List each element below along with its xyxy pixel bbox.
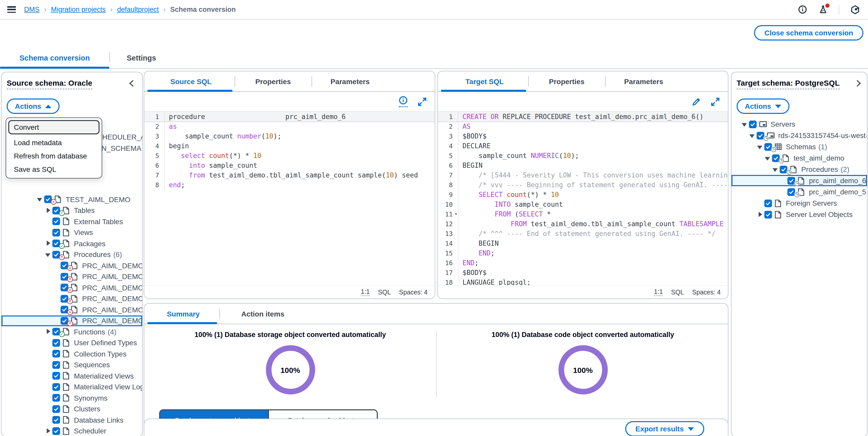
tree-item[interactable]: Functions (4) [2, 326, 142, 337]
expand-arrow-icon[interactable] [741, 120, 749, 128]
menu-item[interactable]: Save as SQL [8, 163, 100, 176]
expand-arrow-icon[interactable] [45, 328, 52, 336]
source-code-editor[interactable]: 1 procedure prc_aiml_demo_6 2 as 3 sampl… [144, 111, 435, 286]
info-icon[interactable] [399, 96, 408, 107]
tree-item[interactable]: rds-241533157454-us-west- [732, 130, 867, 141]
code-line[interactable]: 10 INTO sample_count [438, 200, 728, 209]
cloudshell-hexagon-icon[interactable] [850, 5, 860, 14]
tree-item[interactable]: Procedures (2) [732, 164, 867, 175]
checkbox[interactable] [52, 218, 60, 226]
breadcrumb-link[interactable]: Schema conversion [170, 6, 236, 13]
tree-item[interactable]: Servers [732, 119, 867, 130]
menu-item[interactable]: Refresh from database [8, 149, 100, 163]
code-line[interactable]: 15 END; [438, 248, 728, 258]
tree-item[interactable]: prc_aiml_demo_6 [732, 175, 867, 186]
tree-item[interactable]: Materialized Views [2, 370, 142, 381]
tree-item[interactable]: Sequences [2, 359, 142, 370]
checkbox[interactable] [52, 427, 60, 435]
code-line[interactable]: 8 end; [144, 180, 435, 190]
code-line[interactable]: 3 sample_count number(10); [144, 131, 435, 141]
checkbox[interactable] [764, 210, 772, 218]
target-code-editor[interactable]: 1 CREATE OR REPLACE PROCEDURE test_aiml_… [438, 111, 728, 286]
collapse-panel-icon[interactable] [128, 79, 136, 88]
expand-panel-icon[interactable] [855, 79, 863, 88]
code-line[interactable]: 5 sample_count NUMERIC(10); [438, 151, 728, 161]
tree-item[interactable]: Tables [2, 205, 142, 216]
checkbox[interactable] [764, 199, 772, 207]
checkbox[interactable] [52, 416, 60, 424]
code-line[interactable]: 18 LANGUAGE plpgsql; [438, 277, 728, 286]
summary-tab[interactable]: Action items [219, 304, 306, 324]
expand-arrow-icon[interactable] [45, 427, 52, 435]
code-line[interactable]: 9 SELECT count(*) * 10 [438, 190, 728, 200]
export-results-button[interactable]: Export results [625, 421, 704, 436]
code-line[interactable]: 7 /* [5444 - Severity LOW - This convers… [438, 170, 728, 180]
code-line[interactable]: 16 END; [438, 258, 728, 268]
code-line[interactable]: 1 CREATE OR REPLACE PROCEDURE test_aiml_… [438, 112, 728, 122]
code-line[interactable]: 3 $BODY$ [438, 131, 728, 141]
fold-icon[interactable]: ▾ [455, 209, 457, 219]
cursor-position[interactable]: 1:1 [361, 288, 370, 296]
editor-tab[interactable]: Target SQL [441, 71, 528, 91]
breadcrumb-link[interactable]: defaultproject [117, 6, 159, 13]
tree-item[interactable]: Synonyms [2, 393, 142, 403]
tree-item[interactable]: Procedures (6) [2, 249, 142, 260]
checkbox[interactable] [52, 383, 60, 391]
main-tab[interactable]: Settings [109, 47, 174, 68]
breadcrumb-link[interactable]: Migration projects [51, 6, 106, 13]
code-line[interactable]: 14 BEGIN [438, 238, 728, 248]
tree-item[interactable]: Materialized View Logs [2, 381, 142, 393]
target-actions-button[interactable]: Actions [737, 99, 790, 114]
code-line[interactable]: 2 AS [438, 122, 728, 131]
tree-item[interactable]: Schemas (1) [732, 141, 867, 152]
menu-hamburger-icon[interactable] [7, 6, 16, 13]
code-line[interactable]: 6 into sample_count [144, 161, 435, 170]
checkbox[interactable] [52, 372, 60, 380]
source-actions-button[interactable]: Actions [7, 99, 60, 114]
code-line[interactable]: 8 /* vvv ---- Beginning of statement gen… [438, 180, 728, 190]
code-line[interactable]: 17 $BODY$ [438, 268, 728, 277]
tree-item[interactable]: PRC_AIML_DEMO_3 [2, 282, 142, 293]
tree-item[interactable]: test_aiml_demo [732, 152, 867, 164]
tree-item[interactable]: Scheduler [2, 426, 142, 436]
expand-arrow-icon[interactable] [772, 165, 780, 173]
tree-item[interactable]: PRC_AIML_DEMO_5 [2, 304, 142, 315]
expand-arrow-icon[interactable] [764, 154, 772, 162]
editor-tab[interactable]: Properties [528, 71, 605, 91]
checkbox[interactable] [52, 361, 60, 369]
code-line[interactable]: 1 procedure prc_aiml_demo_6 [144, 112, 435, 122]
tree-item[interactable]: Collection Types [2, 348, 142, 359]
checkbox[interactable] [749, 120, 756, 128]
code-line[interactable]: 2 as [144, 122, 435, 131]
expand-arrow-icon[interactable] [45, 240, 52, 247]
tree-item[interactable]: External Tables [2, 216, 142, 227]
code-line[interactable]: 7 from test_aiml_demo.tbl_aiml_sample_co… [144, 170, 435, 180]
tree-item[interactable]: PRC_AIML_DEMO_4 [2, 293, 142, 304]
menu-item[interactable]: Convert [8, 120, 100, 134]
expand-arrow-icon[interactable] [749, 132, 756, 139]
tree-item[interactable]: Clusters [2, 403, 142, 414]
edit-pencil-icon[interactable] [692, 97, 701, 106]
tree-item[interactable]: prc_aiml_demo_5 [732, 186, 867, 198]
tree-item[interactable]: Packages [2, 238, 142, 249]
labs-flask-icon[interactable] [818, 5, 828, 14]
checkbox[interactable] [52, 405, 60, 413]
tree-item[interactable]: PRC_AIML_DEMO_6 [2, 315, 142, 326]
menu-item[interactable]: Load metadata [8, 136, 100, 149]
tree-item[interactable]: Server Level Objects [732, 209, 867, 220]
expand-editor-icon[interactable] [711, 97, 720, 106]
tree-item[interactable]: User Defined Types [2, 337, 142, 348]
expand-arrow-icon[interactable] [45, 207, 52, 214]
code-line[interactable]: 12 FROM test_aiml_demo.tbl_aiml_sample_c… [438, 219, 728, 229]
summary-tab[interactable]: Summary [147, 304, 219, 324]
expand-editor-icon[interactable] [418, 97, 427, 106]
code-line[interactable]: 4 begin [144, 141, 435, 151]
tree-item[interactable]: PRC_AIML_DEMO_2 [2, 271, 142, 282]
code-line[interactable]: 6 BEGIN [438, 161, 728, 170]
code-line[interactable]: 4 DECLARE [438, 141, 728, 151]
code-line[interactable]: 5 select count(*) * 10 [144, 151, 435, 161]
expand-arrow-icon[interactable] [756, 143, 764, 150]
cursor-position[interactable]: 1:1 [654, 288, 663, 296]
tree-item[interactable]: Views [2, 227, 142, 238]
tree-item-partial[interactable]: TN_SCHEMA [97, 144, 142, 152]
